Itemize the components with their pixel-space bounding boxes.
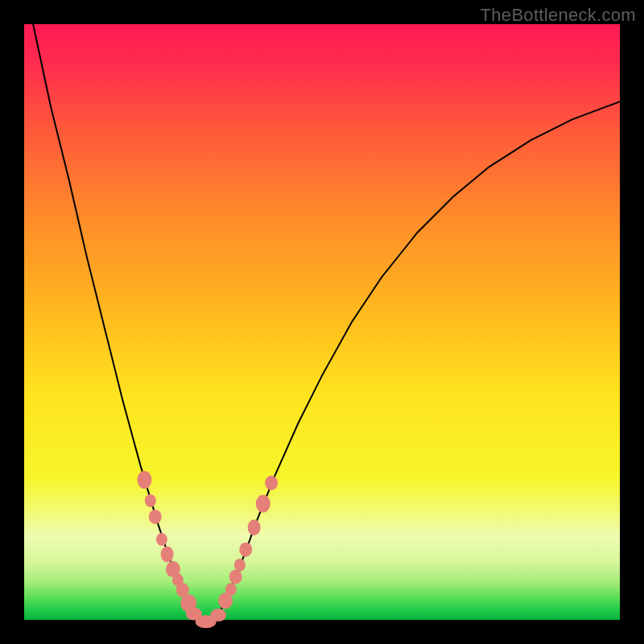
curve-marker <box>137 471 151 489</box>
chart-stage: TheBottleneck.com <box>0 0 644 644</box>
curve-marker <box>239 543 252 557</box>
curve-marker <box>265 476 278 490</box>
curve-marker <box>229 570 242 584</box>
curve-marker <box>156 533 167 546</box>
curve-marker <box>256 495 270 513</box>
watermark-text: TheBottleneck.com <box>481 5 636 26</box>
plot-background <box>24 24 620 620</box>
curve-marker <box>210 609 226 621</box>
curve-marker <box>248 519 261 535</box>
curve-marker <box>161 547 174 563</box>
curve-marker <box>234 559 246 572</box>
curve-marker <box>145 494 156 507</box>
bottleneck-chart <box>0 0 644 644</box>
curve-marker <box>149 510 162 524</box>
curve-marker <box>225 583 237 596</box>
